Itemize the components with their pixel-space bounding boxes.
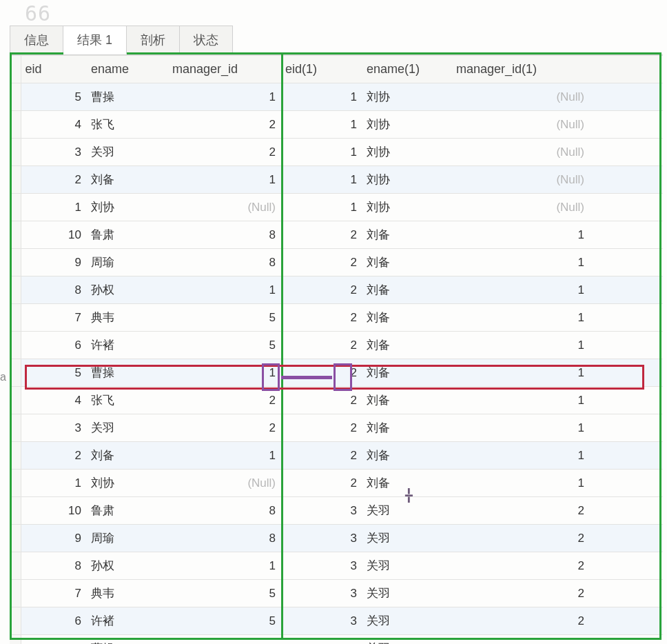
cell-ename1[interactable]: 刘协: [362, 139, 452, 166]
cell-ename[interactable]: 孙权: [87, 276, 168, 304]
table-row[interactable]: 5曹操12刘备1: [10, 359, 663, 387]
cell-manager-id1[interactable]: 1: [452, 442, 590, 470]
tab-2[interactable]: 剖析: [127, 26, 180, 54]
cell-ename1[interactable]: 刘备: [362, 221, 452, 249]
col-eid[interactable]: eid: [21, 56, 87, 83]
table-row[interactable]: 1刘协(Null)2刘备1: [10, 470, 663, 497]
cell-manager-id1[interactable]: 2: [452, 635, 590, 645]
table-row[interactable]: 9周瑜83关羽2: [10, 525, 663, 552]
cell-ename1[interactable]: 关羽: [362, 580, 452, 607]
cell-eid1[interactable]: 2: [281, 332, 362, 359]
cell-eid1[interactable]: 3: [281, 525, 362, 552]
cell-eid[interactable]: 6: [21, 607, 87, 635]
cell-manager-id1[interactable]: 2: [452, 525, 590, 552]
cell-manager-id[interactable]: 2: [168, 414, 281, 442]
cell-ename1[interactable]: 刘备: [362, 387, 452, 414]
cell-eid1[interactable]: 1: [281, 139, 362, 166]
cell-manager-id[interactable]: 1: [168, 552, 281, 580]
cell-ename1[interactable]: 刘备: [362, 276, 452, 304]
cell-eid1[interactable]: 1: [281, 111, 362, 139]
cell-ename[interactable]: 周瑜: [87, 249, 168, 276]
cell-eid[interactable]: 1: [21, 194, 87, 221]
cell-manager-id[interactable]: 8: [168, 249, 281, 276]
cell-eid1[interactable]: 2: [281, 304, 362, 332]
cell-eid[interactable]: 3: [21, 139, 87, 166]
cell-manager-id1[interactable]: 1: [452, 276, 590, 304]
cell-manager-id[interactable]: 1: [168, 359, 281, 387]
cell-ename[interactable]: 典韦: [87, 580, 168, 607]
cell-ename[interactable]: 曹操: [87, 359, 168, 387]
cell-manager-id[interactable]: 8: [168, 497, 281, 525]
cell-manager-id1[interactable]: 1: [452, 359, 590, 387]
table-row[interactable]: 10鲁肃83关羽2: [10, 497, 663, 525]
cell-eid[interactable]: 5: [21, 359, 87, 387]
cell-manager-id[interactable]: (Null): [168, 470, 281, 497]
tab-0[interactable]: 信息: [10, 26, 63, 54]
table-row[interactable]: 8孙权13关羽2: [10, 552, 663, 580]
cell-ename[interactable]: 曹操: [87, 83, 168, 111]
table-row[interactable]: 6许褚53关羽2: [10, 607, 663, 635]
cell-manager-id1[interactable]: 2: [452, 607, 590, 635]
col-ename[interactable]: ename: [87, 56, 168, 83]
cell-ename1[interactable]: 刘备: [362, 332, 452, 359]
cell-eid1[interactable]: 2: [281, 276, 362, 304]
cell-eid1[interactable]: 2: [281, 359, 362, 387]
cell-eid[interactable]: 5: [21, 83, 87, 111]
cell-ename1[interactable]: 刘协: [362, 194, 452, 221]
cell-ename1[interactable]: 关羽: [362, 552, 452, 580]
cell-manager-id1[interactable]: 1: [452, 470, 590, 497]
cell-eid[interactable]: 8: [21, 276, 87, 304]
cell-eid1[interactable]: 2: [281, 470, 362, 497]
cell-manager-id[interactable]: 1: [168, 166, 281, 194]
table-row[interactable]: 9周瑜82刘备1: [10, 249, 663, 276]
cell-ename[interactable]: 张飞: [87, 111, 168, 139]
cell-manager-id1[interactable]: 1: [452, 304, 590, 332]
cell-eid[interactable]: 9: [21, 249, 87, 276]
table-row[interactable]: 4张飞21刘协(Null): [10, 111, 663, 139]
cell-eid[interactable]: 5: [21, 635, 87, 645]
tab-1[interactable]: 结果 1: [63, 26, 127, 54]
cell-manager-id1[interactable]: 1: [452, 332, 590, 359]
table-row[interactable]: 3关羽22刘备1: [10, 414, 663, 442]
cell-eid[interactable]: 2: [21, 166, 87, 194]
cell-eid[interactable]: 4: [21, 387, 87, 414]
cell-ename1[interactable]: 关羽: [362, 635, 452, 645]
table-row[interactable]: 2刘备11刘协(Null): [10, 166, 663, 194]
col-manager-id1[interactable]: manager_id(1): [452, 56, 590, 83]
cell-manager-id[interactable]: 2: [168, 111, 281, 139]
cell-eid[interactable]: 4: [21, 111, 87, 139]
cell-ename1[interactable]: 关羽: [362, 497, 452, 525]
cell-manager-id1[interactable]: 2: [452, 580, 590, 607]
cell-manager-id1[interactable]: (Null): [452, 83, 590, 111]
cell-eid1[interactable]: 1: [281, 83, 362, 111]
cell-ename[interactable]: 鲁肃: [87, 497, 168, 525]
cell-ename[interactable]: 刘协: [87, 194, 168, 221]
table-row[interactable]: 3关羽21刘协(Null): [10, 139, 663, 166]
cell-eid[interactable]: 8: [21, 552, 87, 580]
cell-ename1[interactable]: 刘协: [362, 111, 452, 139]
cell-ename1[interactable]: 刘备: [362, 304, 452, 332]
cell-manager-id[interactable]: 1: [168, 635, 281, 645]
col-eid1[interactable]: eid(1): [281, 56, 362, 83]
cell-ename[interactable]: 关羽: [87, 139, 168, 166]
cell-manager-id[interactable]: (Null): [168, 194, 281, 221]
cell-manager-id[interactable]: 1: [168, 442, 281, 470]
cell-eid1[interactable]: 2: [281, 414, 362, 442]
cell-ename[interactable]: 刘协: [87, 470, 168, 497]
cell-eid1[interactable]: 2: [281, 387, 362, 414]
cell-ename[interactable]: 许褚: [87, 607, 168, 635]
cell-manager-id1[interactable]: (Null): [452, 194, 590, 221]
cell-ename1[interactable]: 关羽: [362, 525, 452, 552]
cell-manager-id[interactable]: 5: [168, 332, 281, 359]
cell-eid[interactable]: 3: [21, 414, 87, 442]
table-row[interactable]: 5曹操13关羽2: [10, 635, 663, 645]
cell-manager-id[interactable]: 8: [168, 221, 281, 249]
cell-ename[interactable]: 典韦: [87, 304, 168, 332]
cell-manager-id[interactable]: 1: [168, 83, 281, 111]
cell-eid[interactable]: 6: [21, 332, 87, 359]
cell-ename[interactable]: 许褚: [87, 332, 168, 359]
cell-eid1[interactable]: 2: [281, 221, 362, 249]
cell-ename[interactable]: 孙权: [87, 552, 168, 580]
cell-manager-id[interactable]: 5: [168, 580, 281, 607]
table-row[interactable]: 6许褚52刘备1: [10, 332, 663, 359]
